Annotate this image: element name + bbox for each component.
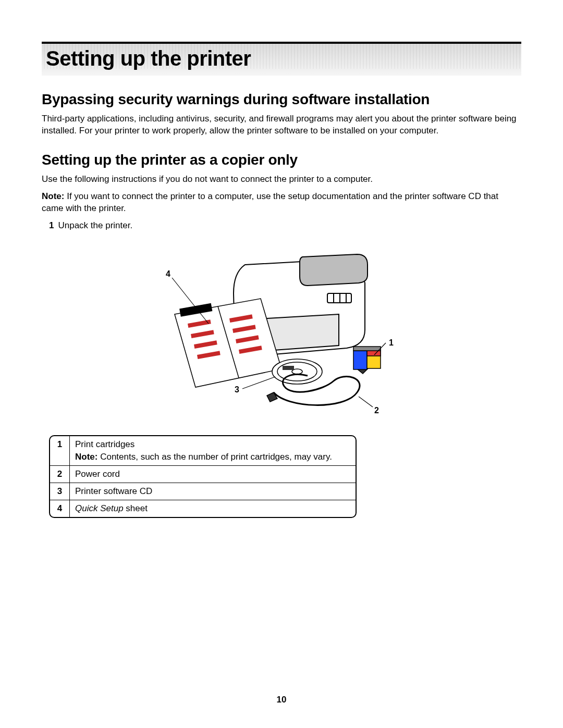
svg-rect-22 <box>353 347 381 351</box>
callout-4: 4 <box>166 269 170 278</box>
page-number: 10 <box>0 695 563 705</box>
callout-2: 2 <box>374 406 379 415</box>
table-row: 4 Quick Setup sheet <box>50 500 356 517</box>
section-heading-bypass: Bypassing security warnings during softw… <box>42 91 521 108</box>
parts-table: 1 Print cartridges Note: Contents, such … <box>49 435 357 518</box>
section-heading-copier: Setting up the printer as a copier only <box>42 152 521 168</box>
part-num: 1 <box>50 436 70 465</box>
svg-line-25 <box>359 397 373 407</box>
table-row: 1 Print cartridges Note: Contents, such … <box>50 436 356 465</box>
note-text: Contents, such as the number of print ca… <box>97 452 332 462</box>
unpack-figure: 4 1 2 3 <box>151 236 412 429</box>
svg-rect-18 <box>283 366 294 370</box>
part-num: 3 <box>50 483 70 500</box>
chapter-title: Setting up the printer <box>46 47 517 70</box>
note-label: Note: <box>75 452 97 462</box>
software-cd-icon <box>272 359 322 384</box>
section2-note: Note: If you want to connect the printer… <box>42 191 521 215</box>
part-desc: Printer software CD <box>70 483 356 500</box>
section2-intro: Use the following instructions if you do… <box>42 174 521 186</box>
table-row: 2 Power cord <box>50 465 356 483</box>
table-row: 3 Printer software CD <box>50 483 356 500</box>
note-label: Note: <box>42 191 64 201</box>
part-desc: Quick Setup sheet <box>70 500 356 517</box>
step-1-number: 1 <box>49 220 54 230</box>
part-num: 4 <box>50 500 70 517</box>
part-num: 2 <box>50 465 70 483</box>
chapter-header: Setting up the printer <box>42 42 521 76</box>
callout-1: 1 <box>389 338 394 347</box>
note-text: If you want to connect the printer to a … <box>42 191 498 213</box>
part-desc: Power cord <box>70 465 356 483</box>
callout-3: 3 <box>235 385 239 394</box>
svg-line-26 <box>242 377 275 389</box>
step-1: 1Unpack the printer. <box>49 220 521 232</box>
step-1-text: Unpack the printer. <box>58 220 132 230</box>
svg-rect-19 <box>353 351 367 369</box>
section1-body: Third-party applications, including anti… <box>42 113 521 137</box>
part-desc: Print cartridges Note: Contents, such as… <box>70 436 356 465</box>
print-cartridges-icon <box>353 347 381 369</box>
